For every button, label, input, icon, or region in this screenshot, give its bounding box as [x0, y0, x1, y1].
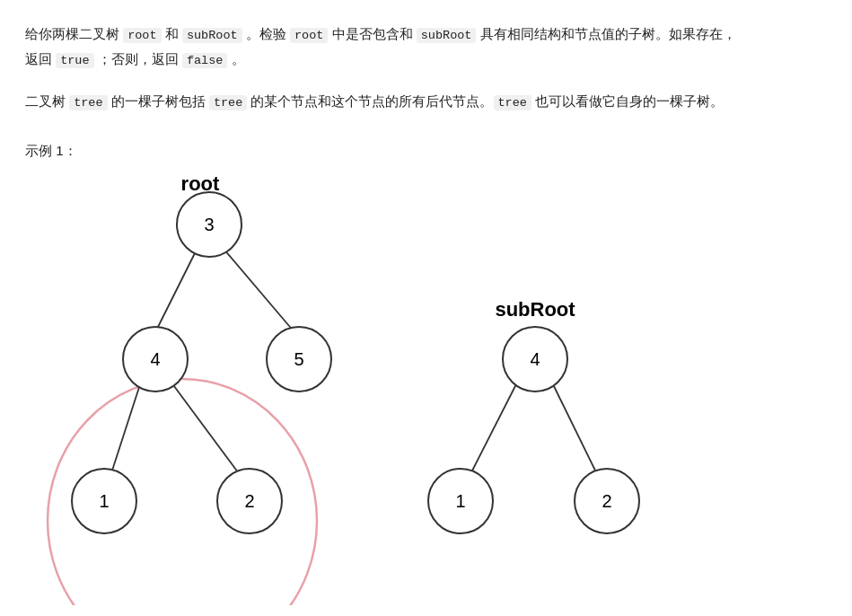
tree-code-1: tree	[69, 95, 107, 110]
root-label: root	[181, 172, 220, 195]
description-block: 给你两棵二叉树 root 和 subRoot 。检验 root 中是否包含和 s…	[25, 22, 827, 73]
tree-code-2: tree	[209, 95, 247, 110]
true-code: true	[56, 53, 93, 68]
subroot-tree-svg: subRoot 4 1 2	[402, 171, 672, 584]
subroot-code-2: subRoot	[417, 28, 477, 43]
node-root-val: 3	[204, 215, 214, 234]
desc-line1: 给你两棵二叉树 root 和 subRoot 。检验 root 中是否包含和 s…	[25, 26, 736, 41]
subroot-node-1-val: 1	[455, 491, 465, 511]
line-root-right	[218, 242, 294, 332]
node-4-val: 4	[150, 349, 160, 369]
subroot-line-right	[550, 379, 598, 476]
subroot-node-4-val: 4	[530, 349, 540, 369]
false-code: false	[182, 53, 228, 68]
subroot-line-left	[470, 379, 519, 476]
desc-line2: 返回 true ；否则，返回 false 。	[25, 51, 245, 66]
node-5-val: 5	[294, 349, 303, 369]
line-4-left	[110, 379, 142, 476]
node-2-val: 2	[244, 491, 254, 511]
root-code-2: root	[290, 28, 328, 43]
subroot-code-1: subRoot	[182, 28, 242, 43]
subroot-node-2-val: 2	[602, 491, 611, 511]
tree-code-3: tree	[494, 95, 531, 110]
example-section: 示例 1： root 3 4 5	[25, 139, 827, 585]
subroot-label: subRoot	[495, 298, 575, 321]
example-label: 示例 1：	[25, 139, 827, 163]
node-1-val: 1	[99, 491, 109, 511]
diagram-area: root 3 4 5 1 2	[25, 171, 827, 584]
line-4-right	[169, 379, 241, 476]
line-root-left	[155, 242, 200, 332]
root-tree-svg: root 3 4 5 1 2	[25, 171, 366, 584]
root-code-1: root	[123, 28, 161, 43]
description-line3: 二叉树 tree 的一棵子树包括 tree 的某个节点和这个节点的所有后代节点。…	[25, 89, 827, 114]
